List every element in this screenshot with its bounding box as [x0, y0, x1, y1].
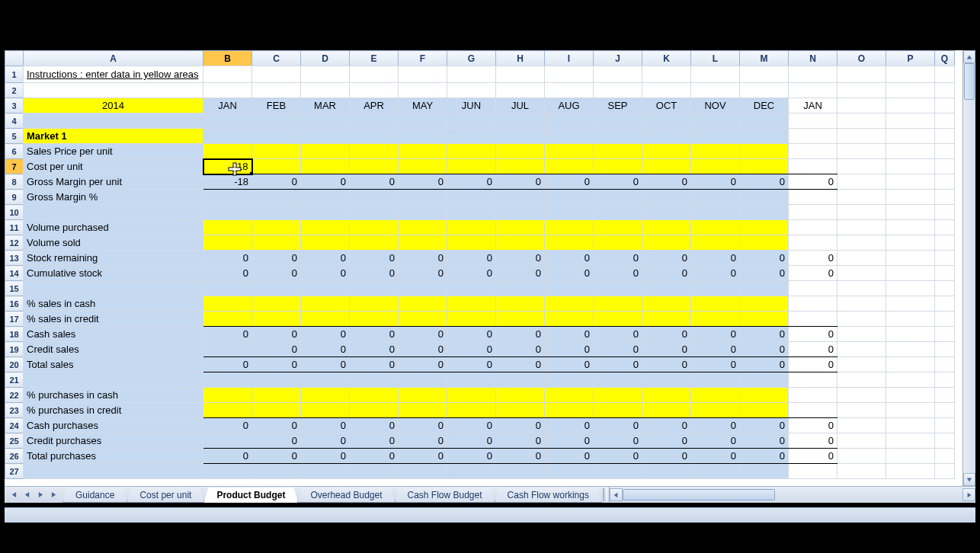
- cell-B17[interactable]: [203, 312, 252, 327]
- cell-L24[interactable]: 0: [691, 418, 740, 433]
- cell-H19[interactable]: 0: [496, 342, 545, 357]
- col-header-D[interactable]: D: [301, 51, 350, 66]
- cell-F27[interactable]: [399, 464, 447, 479]
- horizontal-scroll-thumb[interactable]: [623, 489, 775, 500]
- cell-N18[interactable]: 0: [789, 327, 837, 342]
- cell-O4[interactable]: [837, 113, 886, 129]
- cell-N15[interactable]: [789, 281, 837, 296]
- cell-G24[interactable]: 0: [447, 418, 496, 433]
- cell-C11[interactable]: [252, 220, 301, 235]
- cell-H12[interactable]: [496, 235, 545, 251]
- cell-C19[interactable]: 0: [252, 342, 301, 357]
- sheet-tab-guidance[interactable]: Guidance: [62, 487, 127, 503]
- cell-O10[interactable]: [837, 205, 886, 220]
- cell-D22[interactable]: [301, 388, 350, 403]
- row-header-11[interactable]: 11: [5, 220, 24, 235]
- cell-E2[interactable]: [350, 83, 399, 98]
- cell-C9[interactable]: [252, 190, 301, 205]
- cell-M10[interactable]: [740, 205, 789, 220]
- cell-N25[interactable]: 0: [789, 433, 837, 449]
- cell-C4[interactable]: [252, 113, 301, 129]
- cell-K10[interactable]: [642, 205, 691, 220]
- sheet-tab-product-budget[interactable]: Product Budget: [203, 487, 298, 503]
- sheet-tab-cost-per-unit[interactable]: Cost per unit: [127, 487, 204, 503]
- cell-B15[interactable]: [203, 281, 252, 296]
- cell-H4[interactable]: [496, 113, 545, 129]
- cell-C5[interactable]: [252, 129, 301, 144]
- row-header-5[interactable]: 5: [5, 129, 24, 144]
- cell-I8[interactable]: 0: [545, 174, 594, 190]
- cell-J22[interactable]: [594, 388, 642, 403]
- cell-G15[interactable]: [447, 281, 496, 296]
- cell-N5[interactable]: [789, 129, 837, 144]
- cell-M24[interactable]: 0: [740, 418, 789, 433]
- cell-D27[interactable]: [301, 464, 350, 479]
- cell-P7[interactable]: [886, 159, 935, 174]
- row-header-19[interactable]: 19: [5, 342, 24, 357]
- cell-C22[interactable]: [252, 388, 301, 403]
- cell-I17[interactable]: [545, 312, 594, 327]
- cell-C24[interactable]: 0: [252, 418, 301, 433]
- cell-J20[interactable]: 0: [594, 357, 642, 372]
- cell-D25[interactable]: 0: [301, 433, 350, 449]
- cell-G8[interactable]: 0: [447, 174, 496, 190]
- cell-Q8[interactable]: [935, 174, 955, 190]
- cell-M16[interactable]: [740, 296, 789, 312]
- cell-M6[interactable]: [740, 144, 789, 159]
- cell-H20[interactable]: 0: [496, 357, 545, 372]
- cell-B27[interactable]: [203, 464, 252, 479]
- cell-O2[interactable]: [837, 83, 886, 98]
- cell-G4[interactable]: [447, 113, 496, 129]
- cell-L18[interactable]: 0: [691, 327, 740, 342]
- cell-K22[interactable]: [642, 388, 691, 403]
- cell-I6[interactable]: [545, 144, 594, 159]
- cell-H13[interactable]: 0: [496, 251, 545, 266]
- cell-P1[interactable]: [886, 66, 935, 83]
- cell-C13[interactable]: 0: [252, 251, 301, 266]
- cell-C27[interactable]: [252, 464, 301, 479]
- cell-J26[interactable]: 0: [594, 449, 642, 464]
- cell-H15[interactable]: [496, 281, 545, 296]
- cell-K1[interactable]: [642, 66, 691, 83]
- cell-O12[interactable]: [837, 235, 886, 251]
- cell-D4[interactable]: [301, 113, 350, 129]
- cell-A18[interactable]: Cash sales: [24, 327, 203, 342]
- cell-H1[interactable]: [496, 66, 545, 83]
- cell-Q26[interactable]: [935, 449, 955, 464]
- cell-A3[interactable]: 2014: [24, 98, 203, 113]
- cell-I15[interactable]: [545, 281, 594, 296]
- cell-P13[interactable]: [886, 251, 935, 266]
- cell-E22[interactable]: [350, 388, 399, 403]
- select-all-corner[interactable]: [5, 51, 24, 66]
- cell-B4[interactable]: [203, 113, 252, 129]
- cell-N22[interactable]: [789, 388, 837, 403]
- cell-Q25[interactable]: [935, 433, 955, 449]
- cell-K16[interactable]: [642, 296, 691, 312]
- sheet-tab-overhead-budget[interactable]: Overhead Budget: [297, 487, 395, 503]
- row-header-2[interactable]: 2: [5, 83, 24, 98]
- cell-E19[interactable]: 0: [350, 342, 399, 357]
- cell-A9[interactable]: Gross Margin %: [24, 190, 203, 205]
- cell-P17[interactable]: [886, 312, 935, 327]
- cell-L5[interactable]: [691, 129, 740, 144]
- cell-C6[interactable]: [252, 144, 301, 159]
- cell-I20[interactable]: 0: [545, 357, 594, 372]
- cell-J14[interactable]: 0: [594, 266, 642, 281]
- cell-O15[interactable]: [837, 281, 886, 296]
- cell-F23[interactable]: [399, 403, 447, 418]
- cell-E3[interactable]: APR: [350, 98, 399, 113]
- cell-Q12[interactable]: [935, 235, 955, 251]
- cell-G20[interactable]: 0: [447, 357, 496, 372]
- cell-E21[interactable]: [350, 372, 399, 388]
- cell-A12[interactable]: Volume sold: [24, 235, 203, 251]
- cell-K23[interactable]: [642, 403, 691, 418]
- cell-E14[interactable]: 0: [350, 266, 399, 281]
- cell-D6[interactable]: [301, 144, 350, 159]
- cell-F18[interactable]: 0: [399, 327, 447, 342]
- cell-F12[interactable]: [399, 235, 447, 251]
- cell-D1[interactable]: [301, 66, 350, 83]
- cell-D24[interactable]: 0: [301, 418, 350, 433]
- cell-M5[interactable]: [740, 129, 789, 144]
- cell-I23[interactable]: [545, 403, 594, 418]
- cell-Q18[interactable]: [935, 327, 955, 342]
